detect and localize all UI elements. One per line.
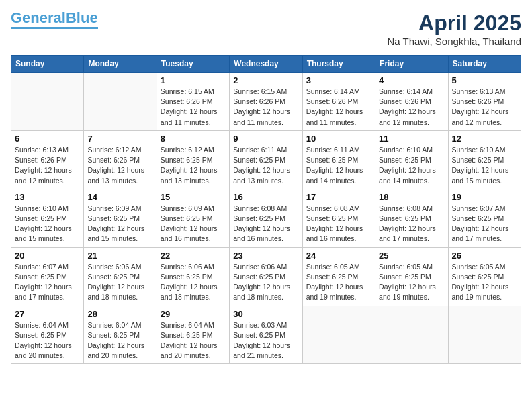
logo: GeneralBlue [11,11,98,29]
day-number: 15 [161,192,226,202]
calendar-cell: 2Sunrise: 6:15 AM Sunset: 6:26 PM Daylig… [230,73,302,131]
day-number: 27 [15,309,80,319]
day-info: Sunrise: 6:08 AM Sunset: 6:25 PM Dayligh… [233,203,298,244]
calendar-week-4: 20Sunrise: 6:07 AM Sunset: 6:25 PM Dayli… [11,247,521,306]
day-number: 1 [161,75,226,85]
calendar-cell: 4Sunrise: 6:14 AM Sunset: 6:26 PM Daylig… [375,73,448,131]
calendar-cell: 15Sunrise: 6:09 AM Sunset: 6:25 PM Dayli… [157,189,229,247]
weekday-header-wednesday: Wednesday [230,56,302,73]
calendar-cell: 24Sunrise: 6:05 AM Sunset: 6:25 PM Dayli… [302,247,375,306]
day-number: 24 [306,250,371,261]
day-number: 19 [452,192,517,202]
day-info: Sunrise: 6:06 AM Sunset: 6:25 PM Dayligh… [87,262,152,303]
calendar-cell: 3Sunrise: 6:14 AM Sunset: 6:26 PM Daylig… [302,73,375,131]
day-info: Sunrise: 6:03 AM Sunset: 6:25 PM Dayligh… [233,320,298,361]
calendar-cell: 30Sunrise: 6:03 AM Sunset: 6:25 PM Dayli… [230,306,302,364]
day-number: 23 [233,250,298,261]
calendar-table: SundayMondayTuesdayWednesdayThursdayFrid… [11,55,521,364]
day-info: Sunrise: 6:11 AM Sunset: 6:25 PM Dayligh… [306,145,371,186]
calendar-cell: 5Sunrise: 6:13 AM Sunset: 6:26 PM Daylig… [448,73,521,131]
day-number: 20 [15,250,80,261]
calendar-cell: 9Sunrise: 6:11 AM Sunset: 6:25 PM Daylig… [230,130,302,189]
calendar-week-3: 13Sunrise: 6:10 AM Sunset: 6:25 PM Dayli… [11,189,521,247]
calendar-cell: 12Sunrise: 6:10 AM Sunset: 6:25 PM Dayli… [448,130,521,189]
day-number: 8 [161,134,226,144]
day-info: Sunrise: 6:12 AM Sunset: 6:26 PM Dayligh… [87,145,152,186]
calendar-cell [84,73,157,131]
calendar-cell: 6Sunrise: 6:13 AM Sunset: 6:26 PM Daylig… [11,130,84,189]
day-number: 3 [306,75,371,85]
day-info: Sunrise: 6:07 AM Sunset: 6:25 PM Dayligh… [452,203,517,244]
logo-underline [11,27,98,29]
calendar-cell: 22Sunrise: 6:06 AM Sunset: 6:25 PM Dayli… [157,247,229,306]
day-number: 30 [233,309,298,319]
calendar-cell: 26Sunrise: 6:05 AM Sunset: 6:25 PM Dayli… [448,247,521,306]
day-info: Sunrise: 6:04 AM Sunset: 6:25 PM Dayligh… [87,320,152,361]
calendar-cell: 17Sunrise: 6:08 AM Sunset: 6:25 PM Dayli… [302,189,375,247]
weekday-header-tuesday: Tuesday [157,56,229,73]
day-info: Sunrise: 6:10 AM Sunset: 6:25 PM Dayligh… [379,145,444,186]
title-block: April 2025 Na Thawi, Songkhla, Thailand [387,11,521,47]
calendar-cell: 1Sunrise: 6:15 AM Sunset: 6:26 PM Daylig… [157,73,229,131]
calendar-cell: 7Sunrise: 6:12 AM Sunset: 6:26 PM Daylig… [84,130,157,189]
calendar-week-2: 6Sunrise: 6:13 AM Sunset: 6:26 PM Daylig… [11,130,521,189]
calendar-cell: 23Sunrise: 6:06 AM Sunset: 6:25 PM Dayli… [230,247,302,306]
day-number: 18 [379,192,444,202]
day-info: Sunrise: 6:06 AM Sunset: 6:25 PM Dayligh… [161,262,226,303]
day-info: Sunrise: 6:08 AM Sunset: 6:25 PM Dayligh… [306,203,371,244]
day-number: 5 [452,75,517,85]
day-number: 28 [87,309,152,319]
calendar-cell: 21Sunrise: 6:06 AM Sunset: 6:25 PM Dayli… [84,247,157,306]
day-info: Sunrise: 6:12 AM Sunset: 6:25 PM Dayligh… [161,145,226,186]
calendar-cell [375,306,448,364]
month-year: April 2025 [387,11,521,36]
day-info: Sunrise: 6:05 AM Sunset: 6:25 PM Dayligh… [452,262,517,303]
page-header: GeneralBlue April 2025 Na Thawi, Songkhl… [11,11,521,47]
location: Na Thawi, Songkhla, Thailand [387,36,521,47]
weekday-header-sunday: Sunday [11,56,84,73]
calendar-cell: 8Sunrise: 6:12 AM Sunset: 6:25 PM Daylig… [157,130,229,189]
day-number: 21 [87,250,152,261]
day-info: Sunrise: 6:09 AM Sunset: 6:25 PM Dayligh… [87,203,152,244]
calendar-cell [448,306,521,364]
day-number: 14 [87,192,152,202]
calendar-cell: 10Sunrise: 6:11 AM Sunset: 6:25 PM Dayli… [302,130,375,189]
calendar-cell: 25Sunrise: 6:05 AM Sunset: 6:25 PM Dayli… [375,247,448,306]
day-info: Sunrise: 6:15 AM Sunset: 6:26 PM Dayligh… [161,87,226,128]
day-info: Sunrise: 6:14 AM Sunset: 6:26 PM Dayligh… [379,87,444,128]
calendar-week-1: 1Sunrise: 6:15 AM Sunset: 6:26 PM Daylig… [11,73,521,131]
day-number: 26 [452,250,517,261]
calendar-cell: 14Sunrise: 6:09 AM Sunset: 6:25 PM Dayli… [84,189,157,247]
day-number: 12 [452,134,517,144]
calendar-cell: 13Sunrise: 6:10 AM Sunset: 6:25 PM Dayli… [11,189,84,247]
day-info: Sunrise: 6:06 AM Sunset: 6:25 PM Dayligh… [233,262,298,303]
weekday-header-saturday: Saturday [448,56,521,73]
calendar-cell: 16Sunrise: 6:08 AM Sunset: 6:25 PM Dayli… [230,189,302,247]
calendar-week-5: 27Sunrise: 6:04 AM Sunset: 6:25 PM Dayli… [11,306,521,364]
logo-text: GeneralBlue [11,11,98,26]
weekday-header-friday: Friday [375,56,448,73]
calendar-cell: 28Sunrise: 6:04 AM Sunset: 6:25 PM Dayli… [84,306,157,364]
day-number: 11 [379,134,444,144]
calendar-cell: 18Sunrise: 6:08 AM Sunset: 6:25 PM Dayli… [375,189,448,247]
day-info: Sunrise: 6:08 AM Sunset: 6:25 PM Dayligh… [379,203,444,244]
day-number: 29 [161,309,226,319]
calendar-cell [302,306,375,364]
day-info: Sunrise: 6:05 AM Sunset: 6:25 PM Dayligh… [306,262,371,303]
day-number: 17 [306,192,371,202]
day-number: 4 [379,75,444,85]
calendar-cell: 11Sunrise: 6:10 AM Sunset: 6:25 PM Dayli… [375,130,448,189]
weekday-header-monday: Monday [84,56,157,73]
day-info: Sunrise: 6:14 AM Sunset: 6:26 PM Dayligh… [306,87,371,128]
day-number: 13 [15,192,80,202]
day-info: Sunrise: 6:13 AM Sunset: 6:26 PM Dayligh… [15,145,80,186]
day-info: Sunrise: 6:04 AM Sunset: 6:25 PM Dayligh… [161,320,226,361]
calendar-cell: 19Sunrise: 6:07 AM Sunset: 6:25 PM Dayli… [448,189,521,247]
day-number: 10 [306,134,371,144]
logo-general: General [11,9,66,26]
weekday-header-thursday: Thursday [302,56,375,73]
day-number: 7 [87,134,152,144]
day-number: 2 [233,75,298,85]
calendar-cell: 27Sunrise: 6:04 AM Sunset: 6:25 PM Dayli… [11,306,84,364]
calendar-cell: 20Sunrise: 6:07 AM Sunset: 6:25 PM Dayli… [11,247,84,306]
